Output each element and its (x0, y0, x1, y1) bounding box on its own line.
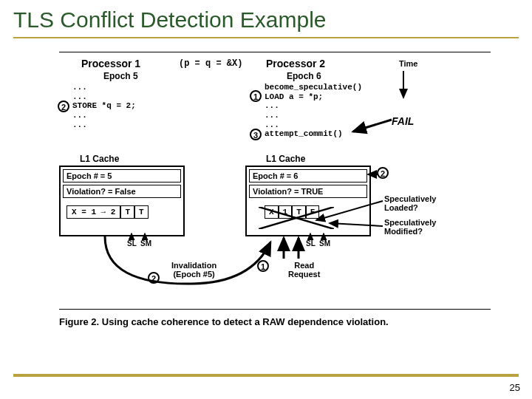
marker-2-inval: 2 (148, 272, 160, 284)
marker-2-epoch: 2 (377, 167, 389, 179)
time-label: Time (399, 59, 417, 68)
marker-2-store: 2 (58, 100, 69, 112)
cache2-entry-cross-icon (259, 207, 334, 229)
marker-3-commit: 3 (250, 129, 262, 140)
cache1-title: L1 Cache (80, 154, 119, 164)
cache1-entry-sm: T (134, 205, 149, 219)
figure-caption: Figure 2. Using cache coherence to detec… (59, 316, 491, 327)
cache1-epoch: Epoch # = 5 (63, 169, 181, 183)
cache1-entry: X = 1 → 2 T T (66, 205, 174, 219)
proc2-code: become_speculative() LOAD a = *p; ... ..… (265, 83, 362, 139)
cache1-sm-label: SM (140, 239, 151, 248)
marker-1-read: 1 (257, 260, 269, 272)
shared-expr: (p = q = &X) (179, 59, 242, 69)
cache1-box: Epoch # = 5 Violation? = False X = 1 → 2… (59, 166, 185, 236)
cache2-sl-label: SL (306, 239, 316, 248)
cache1-entry-x: X = 1 → 2 (66, 205, 120, 219)
read-request-label: Read Request (288, 262, 320, 279)
figure: Processor 1 (p = q = &X) Processor 2 Epo… (59, 52, 491, 332)
proc2-epoch: Epoch 6 (287, 71, 321, 81)
cache1-entry-sl: T (120, 205, 134, 219)
cache1-sl-label: SL (127, 239, 137, 248)
fig-bottom-rule (59, 309, 491, 310)
footer-rule (13, 374, 519, 377)
spec-modified-label: Speculatively Modified? (384, 219, 436, 236)
fig-top-rule (59, 52, 491, 52)
page-number: 25 (510, 382, 520, 393)
proc1-code: ... ... STORE *q = 2; ... ... (72, 83, 136, 129)
cache2-violation: Violation? = TRUE (249, 185, 367, 198)
title-rule (13, 37, 519, 38)
proc1-epoch: Epoch 5 (103, 71, 138, 81)
proc1-header: Processor 1 (81, 58, 140, 69)
slide-title: TLS Conflict Detection Example (0, 0, 532, 37)
fail-label: FAIL (392, 115, 414, 127)
marker-1-load: 1 (250, 90, 262, 102)
cache2-epoch: Epoch # = 6 (249, 169, 367, 183)
proc2-header: Processor 2 (266, 58, 325, 69)
cache2-title: L1 Cache (266, 154, 305, 164)
cache2-sm-label: SM (319, 239, 330, 248)
spec-loaded-label: Speculatively Loaded? (384, 195, 436, 212)
cache1-violation: Violation? = False (63, 185, 181, 198)
invalidation-label: Invalidation (Epoch #5) (171, 262, 216, 279)
